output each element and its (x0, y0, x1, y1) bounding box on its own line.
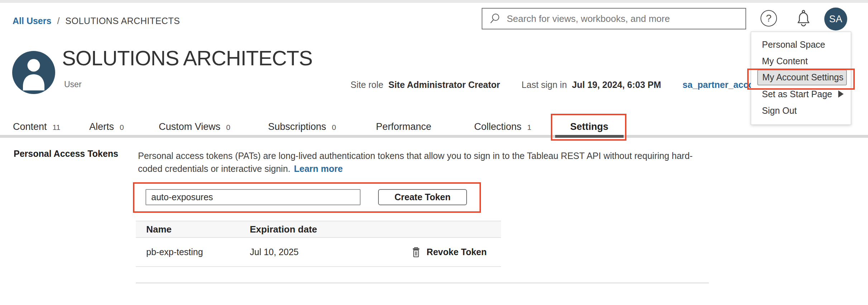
breadcrumb: All Users / SOLUTIONS ARCHITECTS (13, 16, 180, 26)
tab-bar: Content11 Alerts0 Custom Views0 Subscrip… (0, 121, 868, 135)
tab-count: 11 (53, 123, 61, 132)
token-table: Name Expiration date pb-exp-testing Jul … (136, 221, 501, 267)
menu-item-my-content[interactable]: My Content (751, 53, 851, 69)
search-box[interactable] (482, 8, 746, 29)
tab-count: 0 (332, 123, 336, 132)
tab-performance[interactable]: Performance (376, 121, 431, 132)
window-top-strip (0, 0, 868, 3)
help-icon[interactable]: ? (760, 10, 777, 27)
person-icon (12, 51, 55, 94)
tab-settings[interactable]: Settings (570, 121, 609, 132)
tab-label: Collections (474, 121, 521, 132)
user-avatar[interactable]: SA (824, 8, 847, 30)
menu-item-personal-space[interactable]: Personal Space (751, 36, 851, 53)
column-header-expiration: Expiration date (250, 224, 400, 235)
tab-label: Subscriptions (268, 121, 326, 132)
notifications-bell-icon[interactable] (794, 9, 813, 28)
tab-label: Custom Views (159, 121, 220, 132)
menu-item-label: My Content (762, 56, 808, 66)
pat-description: Personal access tokens (PATs) are long-l… (138, 149, 715, 175)
token-row: pb-exp-testing Jul 10, 2025 Revoke Token (136, 238, 501, 267)
account-name-link[interactable]: sa_partner_accou (683, 80, 759, 90)
tab-subscriptions[interactable]: Subscriptions0 (268, 121, 336, 132)
section-divider (136, 282, 709, 283)
site-role-value: Site Administrator Creator (388, 80, 500, 90)
page-title: SOLUTIONS ARCHITECTS (62, 46, 313, 70)
column-header-name: Name (136, 224, 250, 235)
tab-label: Alerts (89, 121, 114, 132)
user-menu: Personal Space My Content My Account Set… (751, 32, 851, 125)
tab-custom-views[interactable]: Custom Views0 (159, 121, 230, 132)
pat-description-text: Personal access tokens (PATs) are long-l… (138, 151, 693, 174)
revoke-token-button[interactable]: Revoke Token (426, 247, 487, 257)
token-name-input[interactable] (146, 189, 361, 205)
learn-more-link[interactable]: Learn more (294, 164, 343, 174)
menu-item-label: Set as Start Page (762, 89, 832, 99)
avatar-initials: SA (829, 14, 842, 25)
tab-label: Content (13, 121, 47, 132)
profile-avatar (12, 51, 55, 94)
help-glyph: ? (766, 13, 772, 24)
submenu-arrow-icon (838, 90, 844, 98)
menu-item-set-as-start-page[interactable]: Set as Start Page (751, 86, 851, 102)
last-sign-in-label: Last sign in (521, 80, 567, 90)
tab-count: 0 (120, 123, 124, 132)
profile-subtitle: User (64, 80, 82, 89)
token-table-header: Name Expiration date (136, 221, 501, 238)
menu-item-label: Sign Out (762, 105, 797, 116)
tab-alerts[interactable]: Alerts0 (89, 121, 124, 132)
breadcrumb-current: SOLUTIONS ARCHITECTS (65, 16, 180, 26)
token-name-cell: pb-exp-testing (136, 247, 250, 257)
last-sign-in-value: Jul 19, 2024, 6:03 PM (572, 80, 661, 90)
token-expiration-cell: Jul 10, 2025 (250, 247, 400, 257)
search-input[interactable] (506, 13, 740, 25)
menu-item-label: Personal Space (762, 39, 825, 50)
tab-label: Settings (570, 121, 609, 132)
create-token-button[interactable]: Create Token (378, 189, 467, 205)
token-actions-cell: Revoke Token (400, 246, 501, 258)
profile-meta: Site role Site Administrator Creator Las… (350, 80, 759, 90)
trash-icon[interactable] (411, 246, 421, 258)
pat-section-heading: Personal Access Tokens (14, 149, 118, 159)
tab-collections[interactable]: Collections1 (474, 121, 531, 132)
tab-label: Performance (376, 121, 431, 132)
site-role-label: Site role (350, 80, 383, 90)
tab-bar-underline (0, 135, 868, 138)
menu-item-label: My Account Settings (757, 70, 847, 85)
search-icon (489, 13, 501, 25)
active-tab-indicator (555, 135, 624, 138)
breadcrumb-all-users-link[interactable]: All Users (13, 16, 51, 26)
tab-count: 1 (527, 123, 531, 132)
menu-item-my-account-settings[interactable]: My Account Settings (751, 69, 851, 86)
tab-count: 0 (226, 123, 230, 132)
tab-content[interactable]: Content11 (13, 121, 60, 132)
menu-item-sign-out[interactable]: Sign Out (751, 102, 851, 119)
breadcrumb-separator: / (57, 16, 59, 26)
page: All Users / SOLUTIONS ARCHITECTS ? SA Pe… (0, 0, 868, 305)
